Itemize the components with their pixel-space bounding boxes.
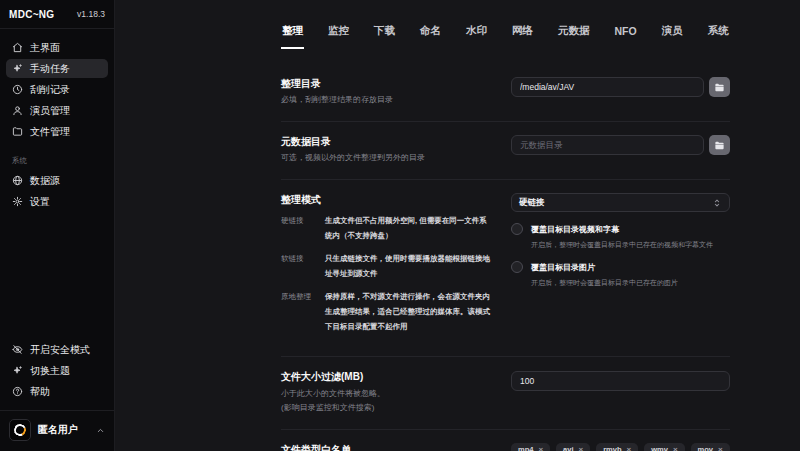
chevron-up-icon bbox=[96, 426, 105, 435]
sidebar-item-help[interactable]: 帮助 bbox=[6, 382, 108, 401]
overwrite-images-checkbox[interactable] bbox=[511, 261, 523, 273]
sidebar-item-file-management[interactable]: 文件管理 bbox=[6, 122, 108, 141]
sidebar-item-safe-mode[interactable]: 开启安全模式 bbox=[6, 340, 108, 359]
sidebar-spacer bbox=[6, 213, 108, 340]
sidebar-item-label: 主界面 bbox=[30, 41, 60, 55]
toggle-overwrite-video-subs: 覆盖目标目录视频和字幕 开启后，整理时会覆盖目标目录中已存在的视频和字幕文件 bbox=[511, 223, 730, 250]
tab-organize[interactable]: 整理 bbox=[281, 24, 304, 49]
tab-monitor[interactable]: 监控 bbox=[327, 24, 350, 49]
mode-hardlink: 硬链接 生成文件但不占用额外空间, 但需要在同一文件系统内（不支持跨盘） bbox=[281, 213, 493, 243]
size-filter-input[interactable] bbox=[511, 371, 730, 391]
remove-chip-icon[interactable]: × bbox=[718, 445, 723, 451]
globe-icon bbox=[12, 175, 23, 186]
toggle-label: 覆盖目标目录图片 bbox=[531, 262, 595, 273]
sidebar-item-label: 演员管理 bbox=[30, 104, 70, 118]
sidebar-nav: 主界面 手动任务 刮削记录 演员管理 文件管理 bbox=[6, 38, 108, 143]
metadata-dir-label: 元数据目录 bbox=[281, 135, 493, 148]
mode-name: 硬链接 bbox=[281, 213, 325, 243]
remove-chip-icon[interactable]: × bbox=[673, 445, 678, 451]
whitelist-label: 文件类型白名单 bbox=[281, 443, 493, 451]
sidebar-item-label: 文件管理 bbox=[30, 125, 70, 139]
folder-icon bbox=[714, 82, 725, 93]
sidebar-item-scrape-history[interactable]: 刮削记录 bbox=[6, 80, 108, 99]
file-type-chip[interactable]: avi× bbox=[556, 443, 590, 451]
organize-dir-desc: 必填，刮削整理结果的存放目录 bbox=[281, 93, 493, 107]
sparkles-icon bbox=[12, 63, 23, 74]
sidebar-item-label: 刮削记录 bbox=[30, 83, 70, 97]
help-circle-icon bbox=[12, 386, 23, 397]
toggle-label: 覆盖目标目录视频和字幕 bbox=[531, 224, 619, 235]
organize-mode-selected-value: 硬链接 bbox=[519, 197, 545, 209]
mode-symlink: 软链接 只生成链接文件，使用时需要播放器能根据链接地址寻址到源文件 bbox=[281, 251, 493, 281]
form-row-organize-dir: 整理目录 必填，刮削整理结果的存放目录 bbox=[281, 61, 730, 122]
sidebar-item-label: 设置 bbox=[30, 195, 50, 209]
organize-mode-label: 整理模式 bbox=[281, 193, 493, 206]
sidebar-header: MDC~NG v1.18.3 bbox=[0, 0, 114, 29]
size-filter-desc-2: (影响目录监控和文件搜索) bbox=[281, 401, 493, 415]
sidebar-item-home[interactable]: 主界面 bbox=[6, 38, 108, 57]
user-menu[interactable]: 匿名用户 bbox=[6, 411, 108, 451]
size-filter-label: 文件大小过滤(MB) bbox=[281, 370, 493, 383]
tab-download[interactable]: 下载 bbox=[373, 24, 396, 49]
sidebar-item-actor-management[interactable]: 演员管理 bbox=[6, 101, 108, 120]
sidebar-item-manual-task[interactable]: 手动任务 bbox=[6, 59, 108, 78]
home-icon bbox=[12, 42, 23, 53]
file-type-chips: mp4× avi× rmvb× wmv× mov× mkv× bbox=[511, 443, 730, 451]
form-row-whitelist: 文件类型白名单 只有文件名后缀在列表中的会被识别为视频处理 mp4× avi× … bbox=[281, 430, 730, 451]
organize-dir-input[interactable] bbox=[511, 77, 704, 97]
organize-mode-select[interactable]: 硬链接 bbox=[511, 193, 730, 212]
tab-network[interactable]: 网络 bbox=[511, 24, 534, 49]
app-version: v1.18.3 bbox=[77, 9, 105, 19]
user-icon bbox=[12, 105, 23, 116]
file-type-chip[interactable]: wmv× bbox=[644, 443, 684, 451]
toggle-desc: 开启后，整理时会覆盖目标目录中已存在的视频和字幕文件 bbox=[531, 239, 730, 250]
sidebar-item-settings[interactable]: 设置 bbox=[6, 192, 108, 211]
mode-name: 原地整理 bbox=[281, 289, 325, 334]
app-logo bbox=[12, 422, 27, 437]
tab-system[interactable]: 系统 bbox=[707, 24, 730, 49]
toggle-overwrite-images: 覆盖目标目录图片 开启后，整理时会覆盖目标目录中已存在的图片 bbox=[511, 261, 730, 288]
file-type-chip[interactable]: mp4× bbox=[511, 443, 550, 451]
mode-desc: 生成文件但不占用额外空间, 但需要在同一文件系统内（不支持跨盘） bbox=[325, 213, 493, 243]
mode-in-place: 原地整理 保持原样，不对源文件进行操作，会在源文件夹内生成整理结果，适合已经整理… bbox=[281, 289, 493, 334]
tab-watermark[interactable]: 水印 bbox=[465, 24, 488, 49]
sidebar-item-label: 数据源 bbox=[30, 174, 60, 188]
main-content: 整理 监控 下载 命名 水印 网络 元数据 NFO 演员 系统 整理目录 必填，… bbox=[115, 0, 800, 451]
overwrite-video-subs-checkbox[interactable] bbox=[511, 223, 523, 235]
clock-icon bbox=[12, 84, 23, 95]
sidebar-item-label: 手动任务 bbox=[30, 62, 70, 76]
form-row-metadata-dir: 元数据目录 可选，视频以外的文件整理到另外的目录 bbox=[281, 122, 730, 180]
tab-naming[interactable]: 命名 bbox=[419, 24, 442, 49]
sidebar-item-label: 帮助 bbox=[30, 385, 50, 399]
metadata-dir-desc: 可选，视频以外的文件整理到另外的目录 bbox=[281, 151, 493, 165]
mode-desc: 只生成链接文件，使用时需要播放器能根据链接地址寻址到源文件 bbox=[325, 251, 493, 281]
metadata-dir-browse-button[interactable] bbox=[709, 135, 730, 155]
sidebar-item-data-source[interactable]: 数据源 bbox=[6, 171, 108, 190]
mode-name: 软链接 bbox=[281, 251, 325, 281]
file-type-chip[interactable]: rmvb× bbox=[596, 443, 638, 451]
sidebar-section-system: 系统 bbox=[12, 156, 102, 166]
toggle-desc: 开启后，整理时会覆盖目标目录中已存在的图片 bbox=[531, 277, 730, 288]
sidebar: MDC~NG v1.18.3 主界面 手动任务 刮削记录 演员管理 文件管理 系… bbox=[0, 0, 115, 451]
user-name: 匿名用户 bbox=[38, 423, 78, 437]
gear-icon bbox=[12, 196, 23, 207]
mode-desc: 保持原样，不对源文件进行操作，会在源文件夹内生成整理结果，适合已经整理过的媒体库… bbox=[325, 289, 493, 334]
app-title: MDC~NG bbox=[9, 9, 54, 20]
eye-off-icon bbox=[12, 344, 23, 355]
metadata-dir-input[interactable] bbox=[511, 135, 704, 155]
sidebar-item-label: 切换主题 bbox=[30, 364, 70, 378]
sidebar-item-switch-theme[interactable]: 切换主题 bbox=[6, 361, 108, 380]
tab-actor[interactable]: 演员 bbox=[661, 24, 684, 49]
remove-chip-icon[interactable]: × bbox=[538, 445, 543, 451]
settings-tabs: 整理 监控 下载 命名 水印 网络 元数据 NFO 演员 系统 bbox=[281, 24, 800, 49]
organize-mode-descriptions: 硬链接 生成文件但不占用额外空间, 但需要在同一文件系统内（不支持跨盘） 软链接… bbox=[281, 213, 493, 334]
sparkles-icon bbox=[12, 365, 23, 376]
remove-chip-icon[interactable]: × bbox=[579, 445, 584, 451]
tab-metadata[interactable]: 元数据 bbox=[557, 24, 591, 49]
organize-dir-browse-button[interactable] bbox=[709, 77, 730, 97]
organize-settings-form: 整理目录 必填，刮削整理结果的存放目录 元数据目录 可选，视频以外的文件整理到另… bbox=[281, 61, 730, 451]
file-type-chip[interactable]: mov× bbox=[691, 443, 730, 451]
remove-chip-icon[interactable]: × bbox=[627, 445, 632, 451]
chevron-up-down-icon bbox=[712, 198, 722, 208]
tab-nfo[interactable]: NFO bbox=[614, 24, 638, 49]
